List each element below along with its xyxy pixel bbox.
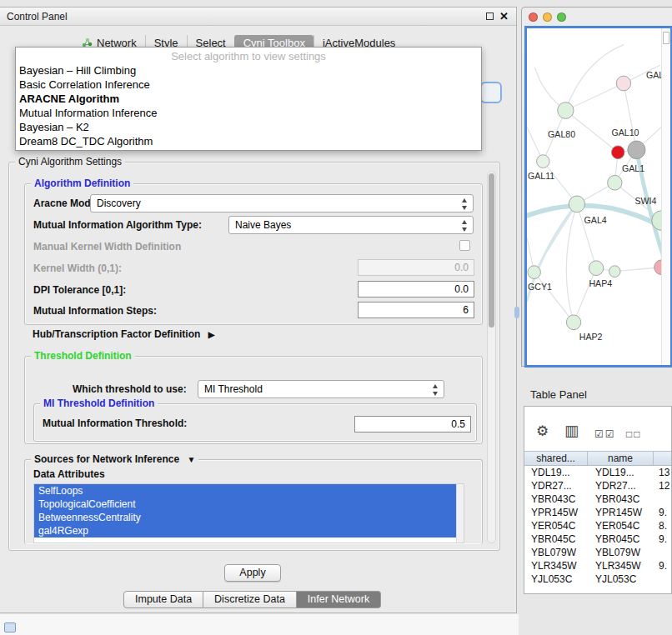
group-legend: Algorithm Definition — [31, 178, 133, 189]
hub-tf-definition-expander[interactable]: Hub/Transcription Factor Definition ▶ — [33, 328, 214, 340]
network-edge[interactable] — [577, 204, 596, 268]
combo-arrows-icon — [461, 198, 469, 210]
mi-steps-field[interactable]: 6 — [358, 302, 474, 318]
column-header[interactable]: name — [588, 452, 654, 465]
table-cell: YDR27... — [524, 479, 588, 492]
network-node[interactable] — [566, 315, 580, 330]
network-node[interactable] — [608, 175, 622, 190]
table-row[interactable]: YPR145W YPR145W 9. — [524, 506, 671, 519]
data-attribute-item[interactable]: SelfLoops — [34, 484, 464, 498]
network-node-label: GAL11 — [528, 171, 554, 181]
network-node[interactable] — [628, 141, 645, 159]
network-scrollbar-thumb[interactable] — [663, 32, 669, 44]
network-node[interactable] — [611, 146, 624, 159]
deselect-checkboxes-icon[interactable]: □□ — [626, 427, 642, 442]
expander-label: Sources for Network Inference — [34, 453, 179, 465]
zoom-window-button[interactable] — [557, 12, 566, 22]
sources-expander[interactable]: Sources for Network Inference ▼ — [31, 453, 198, 465]
group-legend: Threshold Definition — [31, 350, 135, 362]
table-row[interactable]: YBL079W YBL079W — [524, 546, 671, 559]
network-scrollbar[interactable] — [661, 28, 670, 365]
apply-button[interactable]: Apply — [224, 564, 281, 582]
cyni-algorithm-settings-group: Cyni Algorithm Settings Algorithm Defini… — [8, 162, 500, 551]
network-edge[interactable] — [566, 204, 577, 322]
settings-scrollbar-track[interactable] — [487, 171, 496, 543]
network-node[interactable] — [537, 155, 549, 168]
table-header-row: shared... name — [524, 451, 671, 466]
network-edge[interactable] — [565, 45, 624, 111]
network-node[interactable] — [616, 76, 630, 91]
combo-arrows-icon — [432, 384, 439, 396]
which-threshold-select[interactable]: MI Threshold — [198, 380, 444, 398]
network-node[interactable] — [589, 261, 603, 276]
algorithm-option[interactable]: Bayesian – K2 — [16, 120, 481, 134]
mi-algorithm-type-label: Mutual Information Algorithm Type: — [33, 219, 202, 231]
network-node[interactable] — [569, 196, 584, 212]
manual-kernel-width-checkbox[interactable] — [459, 240, 470, 251]
network-svg: GAL80GAL10GAL1GAL11SWI4GAL4GCY1HAP4HAP2G… — [527, 28, 670, 365]
float-window-icon[interactable] — [486, 12, 494, 20]
control-panel: Control Panel ✕ Network Style Select Cyn… — [0, 7, 517, 613]
algorithm-option[interactable]: Mutual Information Inference — [16, 106, 481, 120]
network-node-label: GAL10 — [611, 128, 639, 138]
network-node-label: GAL80 — [548, 129, 575, 139]
close-icon[interactable]: ✕ — [499, 10, 509, 22]
close-window-button[interactable] — [529, 12, 538, 22]
table-cell: YJL053C — [588, 572, 654, 586]
table-row[interactable]: YBR043C YBR043C — [524, 492, 671, 506]
table-cell: YER054C — [524, 519, 588, 532]
panel-splitter-handle[interactable] — [514, 307, 519, 318]
gear-icon[interactable]: ⚙ — [536, 424, 549, 439]
table-row[interactable]: YLR345W YLR345W 9. — [524, 559, 671, 572]
algorithm-combobox-focus-fragment[interactable] — [480, 82, 502, 103]
network-edge[interactable] — [624, 83, 636, 150]
minimized-panel-icon[interactable] — [4, 622, 16, 632]
dpi-tolerance-field[interactable]: 0.0 — [358, 281, 474, 298]
mi-threshold-field[interactable]: 0.5 — [354, 416, 471, 432]
tab-infer-network[interactable]: Infer Network — [297, 591, 381, 608]
table-row[interactable]: YDL19... YDL19... 13 — [524, 466, 671, 479]
algorithm-option-list: Bayesian – Hill Climbing Basic Correlati… — [16, 63, 481, 148]
algorithm-option[interactable]: ARACNE Algorithm — [16, 92, 481, 106]
list-scrollbar[interactable] — [456, 484, 464, 542]
tab-impute-data[interactable]: Impute Data — [123, 591, 203, 608]
kernel-width-field: 0.0 — [358, 259, 474, 276]
columns-icon[interactable]: ▥ — [564, 423, 579, 438]
settings-scrollbar-thumb[interactable] — [489, 173, 494, 328]
network-canvas[interactable]: GAL80GAL10GAL1GAL11SWI4GAL4GCY1HAP4HAP2G… — [524, 26, 672, 368]
network-node[interactable] — [528, 266, 540, 279]
algorithm-option[interactable]: Bayesian – Hill Climbing — [16, 63, 481, 78]
data-attribute-item[interactable]: gal4RGexp — [34, 524, 464, 538]
network-node[interactable] — [609, 266, 621, 278]
network-edge[interactable] — [574, 268, 596, 322]
group-legend: Cyni Algorithm Settings — [15, 156, 125, 168]
network-node[interactable] — [558, 102, 574, 119]
tab-discretize-data[interactable]: Discretize Data — [203, 591, 297, 608]
table-row[interactable]: YDR27... YDR27... 12 — [524, 479, 671, 492]
minimize-window-button[interactable] — [543, 12, 552, 22]
network-edge[interactable] — [565, 83, 624, 111]
mi-threshold-definition-group: MI Threshold Definition Mutual Informati… — [33, 403, 477, 442]
column-header[interactable]: shared... — [524, 452, 588, 465]
data-attribute-item[interactable]: TopologicalCoefficient — [34, 498, 464, 511]
mi-algorithm-type-select[interactable]: Naive Bayes — [228, 216, 474, 234]
algorithm-option[interactable]: Dream8 DC_TDC Algorithm — [16, 134, 481, 148]
table-panel-title: Table Panel — [530, 388, 587, 401]
column-header[interactable] — [654, 452, 671, 465]
table-row[interactable]: YER054C YER054C 8. — [524, 519, 671, 532]
table-cell: YBL079W — [588, 546, 654, 559]
table-cell: YLR345W — [524, 559, 588, 572]
table-row[interactable]: YJL053C YJL053C — [524, 572, 671, 586]
table-cell: YDL19... — [524, 466, 588, 479]
table-cell — [654, 546, 671, 559]
mi-steps-label: Mutual Information Steps: — [33, 305, 157, 317]
aracne-mode-select[interactable]: Discovery — [90, 194, 474, 212]
algorithm-definition-group: Algorithm Definition Aracne Mode: Discov… — [24, 183, 483, 325]
select-all-checkboxes-icon[interactable]: ☑☑ — [594, 427, 616, 442]
data-attribute-item[interactable]: BetweennessCentrality — [34, 511, 464, 524]
algorithm-option[interactable]: Basic Correlation Inference — [16, 78, 481, 92]
group-legend: MI Threshold Definition — [40, 398, 158, 409]
table-cell: YBR043C — [588, 492, 654, 506]
table-row[interactable]: YBR045C YBR045C 9. — [524, 532, 671, 546]
table-body: YDL19... YDL19... 13 YDR27... YDR27... 1… — [524, 466, 671, 586]
